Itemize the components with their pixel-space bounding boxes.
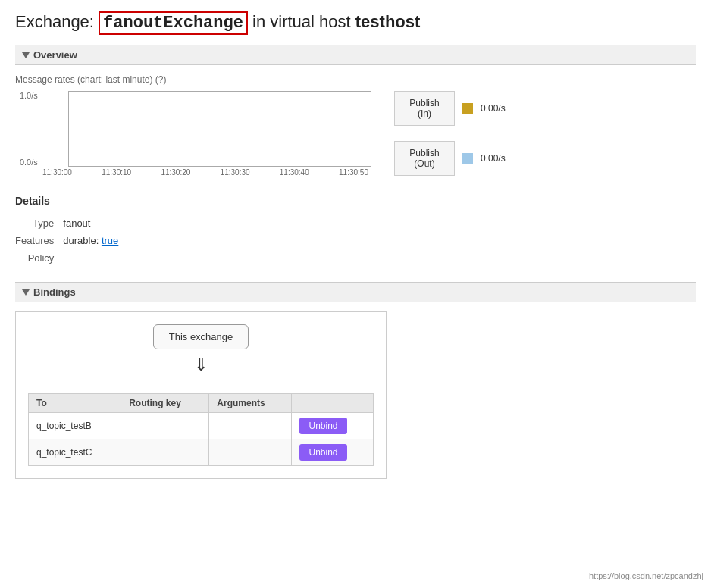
details-row-type: Type fanout bbox=[15, 214, 126, 232]
legend-item-publish-in: Publish(In) 0.00/s bbox=[394, 91, 506, 126]
details-section: Details Type fanout Features durable: tr… bbox=[15, 195, 696, 267]
publish-in-button[interactable]: Publish(In) bbox=[394, 91, 455, 126]
bindings-section-header: Bindings bbox=[15, 282, 696, 302]
overview-section-header: Overview bbox=[15, 45, 696, 65]
title-prefix: Exchange: bbox=[15, 12, 94, 31]
bindings-table: To Routing key Arguments q_topic_testB U… bbox=[28, 393, 374, 466]
unbind-button-2[interactable]: Unbind bbox=[299, 444, 346, 461]
binding-to-2: q_topic_testC bbox=[29, 439, 121, 466]
page-title: Exchange: fanoutExchange in virtual host… bbox=[15, 12, 696, 33]
y-max-label: 1.0/s bbox=[15, 91, 38, 100]
type-label: Type bbox=[15, 214, 63, 232]
bindings-collapse-icon[interactable] bbox=[22, 289, 30, 296]
binding-to-1: q_topic_testB bbox=[29, 413, 121, 439]
binding-action-2: Unbind bbox=[292, 439, 374, 466]
chart-x-labels: 11:30:00 11:30:10 11:30:20 11:30:30 11:3… bbox=[42, 168, 368, 177]
bindings-header-row: To Routing key Arguments bbox=[29, 394, 374, 413]
virtual-host: testhost bbox=[356, 12, 421, 31]
y-min-label: 0.0/s bbox=[15, 158, 38, 167]
message-rates-label: Message rates (chart: last minute) (?) bbox=[15, 74, 696, 85]
binding-routing-2 bbox=[121, 439, 209, 466]
col-action bbox=[292, 394, 374, 413]
unbind-button-1[interactable]: Unbind bbox=[299, 418, 346, 434]
publish-out-button[interactable]: Publish(Out) bbox=[394, 141, 455, 176]
binding-action-1: Unbind bbox=[292, 413, 374, 439]
details-title: Details bbox=[15, 195, 696, 207]
collapse-icon[interactable] bbox=[22, 52, 30, 58]
binding-routing-1 bbox=[121, 413, 209, 439]
type-value: fanout bbox=[63, 214, 126, 232]
title-suffix: in virtual host bbox=[252, 12, 356, 31]
policy-label: Policy bbox=[15, 249, 63, 267]
policy-value bbox=[63, 249, 126, 267]
durable-link[interactable]: true bbox=[102, 235, 118, 246]
this-exchange-box: This exchange bbox=[153, 324, 249, 349]
overview-label: Overview bbox=[33, 49, 77, 61]
rates-row: 1.0/s 0.0/s 11:30:00 11:30:10 11:30:20 1… bbox=[15, 91, 696, 177]
col-routing-key: Routing key bbox=[121, 394, 209, 413]
features-label: Features bbox=[15, 232, 63, 249]
arrow-down-icon: ⇓ bbox=[194, 355, 208, 375]
publish-in-color bbox=[462, 103, 473, 114]
legend-item-publish-out: Publish(Out) 0.00/s bbox=[394, 141, 506, 176]
bindings-inner: This exchange ⇓ bbox=[28, 324, 374, 381]
col-arguments: Arguments bbox=[209, 394, 292, 413]
overview-content: Message rates (chart: last minute) (?) 1… bbox=[15, 74, 696, 177]
publish-out-value: 0.00/s bbox=[481, 153, 506, 164]
details-table: Type fanout Features durable: true Polic… bbox=[15, 214, 126, 267]
chart-container: 1.0/s 0.0/s 11:30:00 11:30:10 11:30:20 1… bbox=[15, 91, 371, 177]
table-row: q_topic_testB Unbind bbox=[29, 413, 374, 439]
col-to: To bbox=[29, 394, 121, 413]
binding-args-2 bbox=[209, 439, 292, 466]
binding-args-1 bbox=[209, 413, 292, 439]
table-row: q_topic_testC Unbind bbox=[29, 439, 374, 466]
publish-in-value: 0.00/s bbox=[481, 103, 506, 114]
details-row-policy: Policy bbox=[15, 249, 126, 267]
bindings-section: This exchange ⇓ To Routing key Arguments… bbox=[15, 311, 387, 479]
exchange-name: fanoutExchange bbox=[99, 11, 248, 35]
publish-out-color bbox=[462, 153, 473, 164]
chart-area bbox=[68, 91, 371, 167]
features-value: durable: true bbox=[63, 232, 126, 249]
legend-area: Publish(In) 0.00/s Publish(Out) 0.00/s bbox=[394, 91, 506, 176]
bindings-label: Bindings bbox=[33, 286, 76, 298]
details-row-features: Features durable: true bbox=[15, 232, 126, 249]
